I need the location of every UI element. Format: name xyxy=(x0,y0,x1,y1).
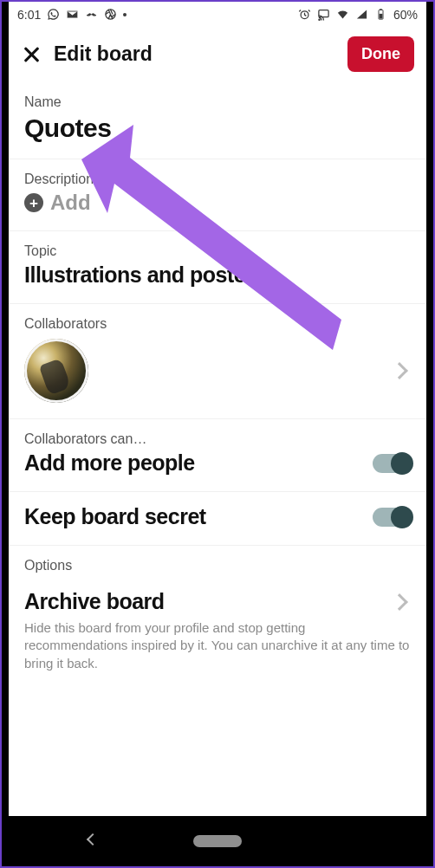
chevron-right-icon xyxy=(391,362,408,379)
section-archive[interactable]: Archive board Hide this board from your … xyxy=(9,582,426,688)
svg-point-3 xyxy=(319,19,320,20)
secret-toggle[interactable] xyxy=(373,508,411,527)
status-bar: 6:01 xyxy=(9,2,426,28)
collaborators-label: Collaborators xyxy=(24,316,411,332)
status-time: 6:01 xyxy=(17,9,41,21)
wifi-icon xyxy=(336,8,349,23)
section-topic[interactable]: Topic Illustrations and posters xyxy=(9,231,426,304)
topic-label: Topic xyxy=(24,243,411,259)
header: Edit board Done xyxy=(9,28,426,82)
plus-icon[interactable]: + xyxy=(24,193,43,212)
secret-label: Keep board secret xyxy=(24,504,206,529)
done-button[interactable]: Done xyxy=(347,36,414,72)
overflow-dot-icon xyxy=(123,13,127,16)
section-options-heading: Options xyxy=(9,546,426,582)
alarm-icon xyxy=(298,8,311,23)
svg-rect-5 xyxy=(380,9,382,10)
section-secret: Keep board secret xyxy=(9,492,426,546)
options-label: Options xyxy=(24,558,411,573)
battery-text: 60% xyxy=(393,9,418,21)
system-nav-bar xyxy=(2,816,433,866)
collab-perm-value: Add more people xyxy=(24,450,195,476)
close-icon[interactable] xyxy=(21,44,42,65)
back-icon[interactable] xyxy=(87,833,99,845)
mustache-icon xyxy=(85,8,98,23)
collab-perm-label: Collaborators can… xyxy=(24,431,411,447)
archive-description: Hide this board from your profile and st… xyxy=(24,619,411,672)
cast-icon xyxy=(317,8,330,23)
whatsapp-icon xyxy=(47,8,60,23)
section-collaborators[interactable]: Collaborators xyxy=(9,304,426,419)
battery-icon xyxy=(374,8,387,23)
description-add-label: Add xyxy=(50,191,91,215)
signal-icon xyxy=(355,8,368,23)
section-name[interactable]: Name Quotes xyxy=(9,82,426,159)
name-value: Quotes xyxy=(24,113,411,143)
section-description[interactable]: Description + Add xyxy=(9,159,426,231)
archive-title: Archive board xyxy=(24,589,165,614)
page-title: Edit board xyxy=(54,42,153,66)
collab-perm-toggle[interactable] xyxy=(373,454,411,473)
topic-value: Illustrations and posters xyxy=(24,262,411,288)
name-label: Name xyxy=(24,94,411,110)
svg-rect-6 xyxy=(380,13,383,18)
mail-icon xyxy=(66,8,79,23)
description-label: Description xyxy=(24,172,411,187)
section-collab-perm: Collaborators can… Add more people xyxy=(9,419,426,492)
home-pill[interactable] xyxy=(193,835,242,847)
avatar[interactable] xyxy=(24,339,88,403)
aperture-icon xyxy=(104,8,117,23)
chevron-right-icon xyxy=(391,593,408,611)
